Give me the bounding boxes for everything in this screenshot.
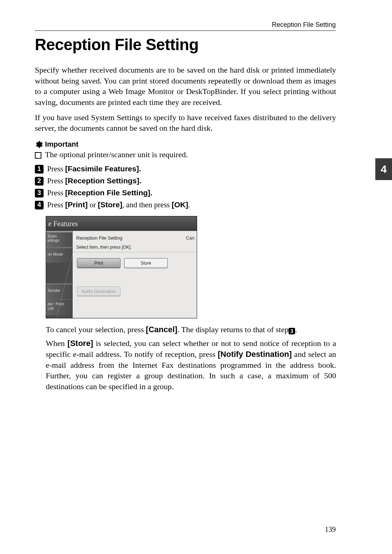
ui-side-scan[interactable]: Scan ettings xyxy=(46,231,72,247)
step-2-text: Press [Reception Settings]. xyxy=(47,176,142,186)
important-label: Important xyxy=(45,140,78,148)
step-3-key: [Reception File Setting]. xyxy=(65,188,152,197)
store-button[interactable]: Store xyxy=(124,258,168,268)
step-3-text: Press [Reception File Setting]. xyxy=(47,188,152,197)
step-4-or: or xyxy=(87,200,98,209)
intro-paragraph-2: If you have used System Settings to spec… xyxy=(35,112,336,134)
ui-notify-row: Notify Destination xyxy=(73,268,197,297)
important-bullet-text: The optional printer/scanner unit is req… xyxy=(45,150,188,159)
step-ref-icon: 3 xyxy=(289,328,295,334)
important-bullet: The optional printer/scanner unit is req… xyxy=(35,150,336,159)
ui-cancel-fragment[interactable]: Can xyxy=(186,235,195,241)
page-number: 139 xyxy=(325,525,336,534)
page-title: Reception File Setting xyxy=(35,36,336,54)
step-3-press: Press xyxy=(47,188,65,197)
step-1: 1 Press [Facsimile Features]. xyxy=(35,164,336,174)
cancel-a: To cancel your selection, press xyxy=(46,325,146,334)
cancel-b: [Cancel] xyxy=(146,325,177,334)
step-1-press: Press xyxy=(47,164,65,173)
running-header: Reception File Setting xyxy=(272,21,336,29)
ui-body: Scan ettings on Mode Sender der: Print L… xyxy=(46,231,197,318)
step-number-4: 4 xyxy=(35,201,44,209)
ui-main-buttons: Print Store xyxy=(73,252,197,268)
store-a: When xyxy=(46,339,68,348)
step-2-press: Press xyxy=(47,176,65,185)
print-button[interactable]: Print xyxy=(77,258,121,268)
step-4-text: Press [Print] or [Store], and then press… xyxy=(47,200,190,209)
step-4-then: , and then press xyxy=(122,200,172,209)
ui-main: Reception File Setting Can Select item, … xyxy=(73,231,197,318)
ui-main-title: Reception File Setting xyxy=(76,235,122,241)
step-number-2: 2 xyxy=(35,177,44,186)
step-4-print: [Print] xyxy=(65,200,88,209)
checkbox-icon xyxy=(35,152,41,159)
important-heading: Important xyxy=(35,140,336,148)
cancel-instruction: To cancel your selection, press [Cancel]… xyxy=(46,325,336,334)
step-number-3: 3 xyxy=(35,189,44,197)
embedded-ui-panel: e Features Scan ettings on Mode Sender d… xyxy=(46,216,197,318)
chapter-tab: 4 xyxy=(375,158,392,180)
step-2: 2 Press [Reception Settings]. xyxy=(35,176,336,186)
content-area: Reception File Setting Specify whether r… xyxy=(35,36,336,392)
cancel-c: . The display returns to that of step xyxy=(177,325,289,334)
store-b: [Store] xyxy=(68,339,93,348)
header-rule xyxy=(35,30,336,31)
store-d: [Notify Destination] xyxy=(218,350,292,359)
step-2-key: [Reception Settings]. xyxy=(65,176,142,185)
step-number-1: 1 xyxy=(35,165,44,174)
intro-paragraph-1: Specify whether received documents are t… xyxy=(35,65,336,108)
store-instruction: When [Store] is selected, you can select… xyxy=(46,338,336,392)
step-3: 3 Press [Reception File Setting]. xyxy=(35,188,336,197)
ui-sidebar: Scan ettings on Mode Sender der: Print L… xyxy=(46,231,73,318)
ui-titlebar: e Features xyxy=(46,216,197,231)
ui-side-sender[interactable]: Sender xyxy=(46,283,72,299)
page: Reception File Setting 4 Reception File … xyxy=(0,0,392,554)
step-4: 4 Press [Print] or [Store], and then pre… xyxy=(35,200,336,209)
ui-main-header: Reception File Setting Can xyxy=(73,231,197,243)
ui-side-scan-line2: ettings xyxy=(48,238,59,243)
notify-destination-button: Notify Destination xyxy=(77,286,121,297)
step-1-text: Press [Facsimile Features]. xyxy=(47,164,141,174)
ui-side-scan-line1: Scan xyxy=(48,234,71,238)
step-1-key: [Facsimile Features]. xyxy=(65,164,141,173)
ui-side-mode[interactable]: on Mode xyxy=(46,247,72,263)
step-4-period: . xyxy=(188,200,190,209)
ui-side-spacer xyxy=(46,263,72,283)
step-4-press: Press xyxy=(47,200,65,209)
cancel-d: . xyxy=(295,325,297,334)
step-4-store: [Store] xyxy=(98,200,122,209)
ui-main-subtitle: Select item, then press [OK]. xyxy=(73,243,197,252)
step-4-ok: [OK] xyxy=(172,200,188,209)
gear-icon xyxy=(35,140,43,148)
